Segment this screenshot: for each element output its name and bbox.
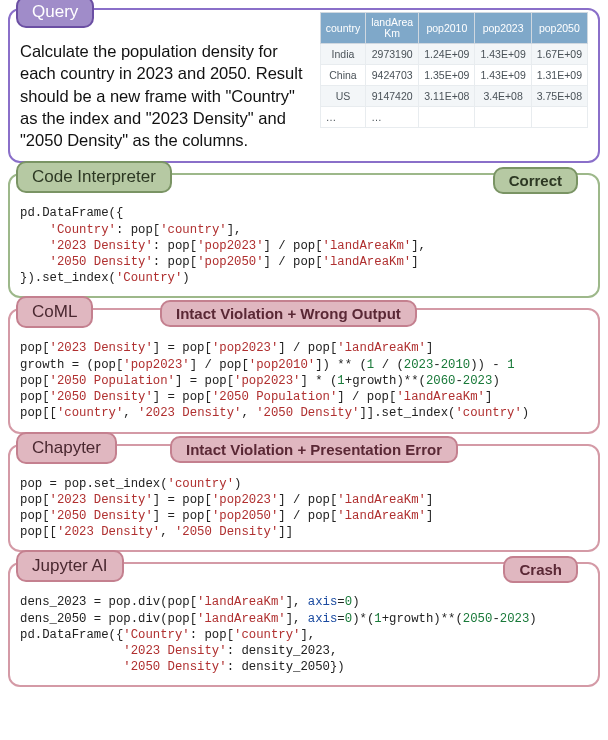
query-panel: Query Calculate the population density f… — [8, 8, 600, 163]
code-interpreter-badge: Code Interpreter — [16, 161, 172, 193]
th-pop2050: pop2050 — [531, 13, 587, 44]
coml-code: pop['2023 Density'] = pop['pop2023'] / p… — [20, 340, 588, 421]
code-interpreter-code: pd.DataFrame({ 'Country': pop['country']… — [20, 205, 588, 286]
th-pop2023: pop2023 — [475, 13, 531, 44]
coml-panel: CoML Intact Violation + Wrong Output pop… — [8, 308, 600, 433]
table-row: India 2973190 1.24E+09 1.43E+09 1.67E+09 — [320, 44, 587, 65]
status-chapyter: Intact Violation + Presentation Error — [170, 436, 458, 463]
th-country: country — [320, 13, 365, 44]
chapyter-panel: Chapyter Intact Violation + Presentation… — [8, 444, 600, 553]
data-table: country landArea Km pop2010 pop2023 pop2… — [320, 12, 588, 128]
table-row: … … — [320, 107, 587, 128]
jupyter-ai-code: dens_2023 = pop.div(pop['landAreaKm'], a… — [20, 594, 588, 675]
chapyter-badge: Chapyter — [16, 432, 117, 464]
status-correct: Correct — [493, 167, 578, 194]
status-coml: Intact Violation + Wrong Output — [160, 300, 417, 327]
table-row: China 9424703 1.35E+09 1.43E+09 1.31E+09 — [320, 65, 587, 86]
jupyter-ai-panel: Jupyter AI Crash dens_2023 = pop.div(pop… — [8, 562, 600, 687]
query-text: Calculate the population density for eac… — [20, 38, 312, 151]
jupyter-ai-badge: Jupyter AI — [16, 550, 124, 582]
table-row: US 9147420 3.11E+08 3.4E+08 3.75E+08 — [320, 86, 587, 107]
status-crash: Crash — [503, 556, 578, 583]
th-landarea: landArea Km — [366, 13, 419, 44]
code-interpreter-panel: Code Interpreter Correct pd.DataFrame({ … — [8, 173, 600, 298]
th-pop2010: pop2010 — [419, 13, 475, 44]
query-badge: Query — [16, 0, 94, 28]
table-header-row: country landArea Km pop2010 pop2023 pop2… — [320, 13, 587, 44]
query-body: Calculate the population density for eac… — [20, 38, 588, 151]
coml-badge: CoML — [16, 296, 93, 328]
chapyter-code: pop = pop.set_index('country') pop['2023… — [20, 476, 588, 541]
